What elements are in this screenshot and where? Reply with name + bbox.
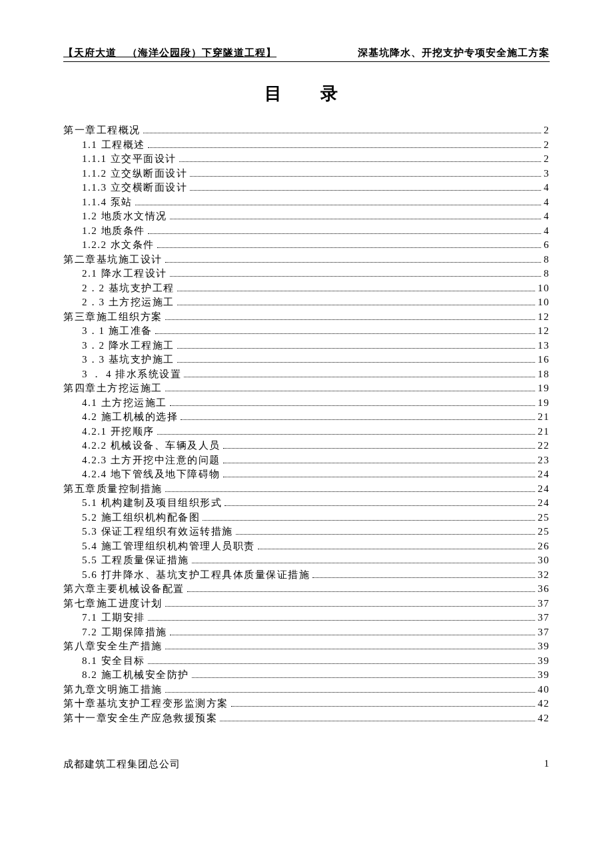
toc-entry: 1.2.2 水文条件6 [63,239,550,251]
toc-leader-dots [203,520,535,521]
toc-entry-page: 19 [538,383,550,394]
toc-entry-page: 10 [538,297,550,308]
toc-entry-label: 5.3 保证工程组织有效运转措施 [82,525,233,538]
toc-entry-page: 37 [538,627,550,638]
toc-entry: 4.2.3 土方开挖中注意的问题23 [63,454,550,467]
toc-entry-label: 4.2.3 土方开挖中注意的问题 [82,454,221,467]
toc-entry: 8.1 安全目标39 [63,655,550,667]
toc-entry-label: 8.2 施工机械安全防护 [82,669,189,681]
toc-entry-page: 6 [544,239,550,251]
toc-entry: 5.2 施工组织机构配备图25 [63,511,550,524]
toc-entry: 5.5 工程质量保证措施30 [63,554,550,567]
toc-entry-label: 第七章施工进度计划 [63,597,163,610]
toc-entry-label: 1.1.3 立交横断面设计 [82,181,187,194]
toc-leader-dots [187,591,536,592]
toc-entry-page: 24 [538,497,550,509]
toc-entry-label: 1.2 地质条件 [82,225,145,237]
toc-entry: 1.2 地质水文情况4 [63,210,550,223]
toc-entry-label: 2．3 土方挖运施工 [82,296,175,309]
toc-entry-page: 12 [538,325,550,337]
toc-leader-dots [148,663,536,664]
toc-entry: 第三章施工组织方案12 [63,311,550,323]
toc-entry-label: 第六章主要机械设备配置 [63,583,185,595]
toc-entry: 2.1 降水工程设计8 [63,267,550,280]
toc-entry-page: 18 [538,369,550,380]
toc-leader-dots [192,677,536,678]
toc-entry: 1.2 地质条件4 [63,225,550,237]
toc-leader-dots [148,233,542,234]
toc-entry-label: 3．3 基坑支护施工 [82,353,175,366]
toc-entry: 4.2.1 开挖顺序21 [63,425,550,438]
toc-entry-label: 2.1 降水工程设计 [82,267,167,280]
toc-entry-page: 21 [538,426,550,437]
toc-entry-label: 3．1 施工准备 [82,325,153,337]
toc-entry-label: 1.2 地质水文情况 [82,210,167,223]
toc-entry-label: 7.2 工期保障措施 [82,626,167,639]
toc-entry-label: 5.1 机构建制及项目组织形式 [82,497,222,509]
toc-entry-page: 24 [538,483,550,495]
footer-page-number: 1 [544,758,550,771]
toc-entry: 第九章文明施工措施40 [63,683,550,696]
toc-leader-dots [165,391,536,391]
toc-leader-dots [165,606,536,607]
toc-leader-dots [165,491,536,492]
toc-leader-dots [157,247,541,248]
toc-entry: 1.1 工程概述2 [63,139,550,151]
toc-entry: 5.3 保证工程组织有效运转措施25 [63,525,550,538]
toc-leader-dots [177,305,535,305]
toc-entry: 4.2.2 机械设备、车辆及人员22 [63,439,550,452]
toc-entry-label: 第一章工程概况 [63,124,141,137]
toc-leader-dots [177,362,535,363]
toc-entry-page: 39 [538,669,550,681]
toc-entry-label: 1.1.2 立交纵断面设计 [82,167,187,180]
toc-entry-label: 第五章质量控制措施 [63,483,163,495]
toc-entry-page: 36 [538,583,550,595]
header-right-title: 深基坑降水、开挖支护专项安全施工方案 [358,47,550,59]
toc-entry-page: 2 [544,153,550,165]
toc-entry-label: 1.1 工程概述 [82,139,145,151]
toc-entry: 1.1.2 立交纵断面设计3 [63,167,550,180]
toc-leader-dots [223,448,535,449]
toc-leader-dots [143,133,542,133]
toc-entry-page: 37 [538,598,550,609]
toc-entry: 3 ． 4 排水系统设置18 [63,368,550,381]
toc-entry-page: 25 [538,512,550,523]
toc-leader-dots [236,534,536,535]
toc-entry-page: 26 [538,541,550,552]
toc-leader-dots [190,176,541,177]
toc-entry-label: 7.1 工期安排 [82,611,145,624]
toc-entry-page: 22 [538,440,550,451]
toc-leader-dots [170,405,536,406]
toc-entry: 第十章基坑支护工程变形监测方案42 [63,697,550,710]
toc-leader-dots [157,434,535,435]
toc-entry-label: 1.1.4 泵站 [82,196,133,209]
toc-leader-dots [181,419,535,420]
toc-entry-page: 23 [538,455,550,466]
toc-entry: 第一章工程概况2 [63,124,550,137]
toc-entry-label: 第二章基坑施工设计 [63,253,163,266]
toc-entry-page: 2 [544,125,550,136]
toc-entry: 2．3 土方挖运施工10 [63,296,550,309]
toc-entry-page: 16 [538,354,550,365]
toc-entry-label: 5.6 打井降水、基坑支护工程具体质量保证措施 [82,569,310,581]
toc-title: 目 录 [63,82,550,105]
toc-entry: 2．2 基坑支护工程10 [63,282,550,295]
toc-leader-dots [223,477,535,477]
toc-entry-page: 13 [538,340,550,351]
toc-entry-label: 第十章基坑支护工程变形监测方案 [63,697,229,710]
toc-entry-page: 32 [538,569,550,581]
toc-entry: 1.1.3 立交横断面设计4 [63,181,550,194]
toc-entry: 5.1 机构建制及项目组织形式24 [63,497,550,509]
toc-entry: 第四章土方挖运施工19 [63,382,550,395]
toc-leader-dots [184,377,535,377]
toc-entry-label: 5.4 施工管理组织机构管理人员职责 [82,540,255,553]
toc-entry-page: 8 [544,254,550,265]
toc-entry-label: 1.2.2 水文条件 [82,239,155,251]
toc-entry: 第十一章安全生产应急救援预案42 [63,712,550,725]
toc-entry-label: 5.2 施工组织机构配备图 [82,511,200,524]
toc-entry-label: 1.1.1 立交平面设计 [82,153,177,165]
toc-entry: 3．2 降水工程施工13 [63,339,550,352]
toc-entry-page: 39 [538,655,550,667]
toc-leader-dots [177,348,535,349]
toc-entry: 4.2 施工机械的选择21 [63,411,550,423]
